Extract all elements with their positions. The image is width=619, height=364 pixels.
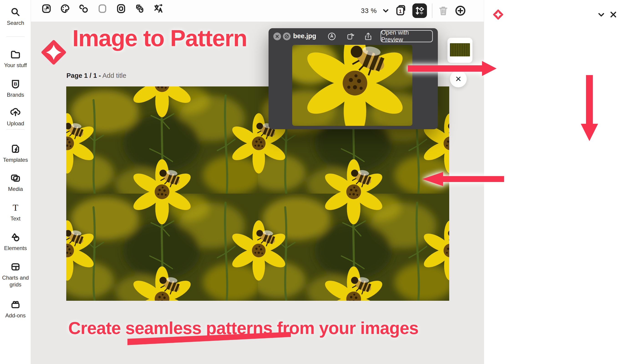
page-number: Page 1 / 1 -: [67, 72, 101, 79]
svg-text:B: B: [14, 81, 17, 86]
toolbar-right-group: 33 % 1: [361, 2, 466, 20]
sidebar-item-charts-grids[interactable]: Charts and grids: [0, 262, 31, 288]
share-icon[interactable]: [363, 31, 373, 42]
animate-button[interactable]: [77, 2, 90, 15]
left-sidebar: Search Your stuff B Brands Upload Templa…: [0, 0, 31, 364]
canvas-doc-title[interactable]: Image to Pattern: [72, 25, 247, 52]
addon-logo: [493, 9, 504, 20]
markup-icon[interactable]: [327, 31, 337, 42]
add-page-plus-button[interactable]: [454, 5, 466, 17]
page-label: Page 1 / 1 - Add title: [67, 72, 126, 79]
page-title-placeholder[interactable]: Add title: [102, 72, 126, 79]
duplicate-button[interactable]: [133, 2, 146, 15]
image-to-pattern-logo: [41, 39, 67, 66]
sidebar-item-your-stuff[interactable]: Your stuff: [0, 49, 31, 69]
delete-trash-button[interactable]: [437, 5, 449, 17]
arrow-to-output: [580, 75, 599, 141]
arrow-to-dropzone: [408, 60, 497, 76]
pages-button[interactable]: 1: [394, 4, 407, 17]
quicklook-close-button[interactable]: [273, 32, 281, 40]
elements-icon: [10, 232, 21, 242]
sidebar-item-brands[interactable]: B Brands: [0, 79, 31, 98]
translate-button[interactable]: [152, 2, 165, 15]
sidebar-item-media[interactable]: Media: [0, 173, 31, 193]
sidebar-item-text[interactable]: T Text: [0, 202, 31, 222]
media-icon: [10, 173, 21, 183]
search-icon: [10, 7, 21, 17]
sidebar-item-label: Templates: [3, 156, 28, 163]
sidebar-item-label: Charts and grids: [2, 274, 29, 288]
sidebar-item-elements[interactable]: Elements: [0, 232, 31, 252]
frame-button[interactable]: [96, 2, 109, 15]
sidebar-item-upload[interactable]: Upload: [0, 107, 31, 127]
sidebar-item-label: Media: [8, 186, 23, 193]
page-thumbnail-card[interactable]: [447, 38, 472, 63]
headline-post: from your images: [272, 318, 419, 338]
sidebar-item-label: Elements: [4, 245, 27, 252]
add-ons-brick-icon: [10, 299, 21, 310]
upload-cloud-icon: [10, 107, 21, 118]
toolbar-left-group: [40, 2, 165, 15]
sidebar-item-label: Your stuff: [4, 62, 27, 69]
zoom-level-value[interactable]: 33 %: [361, 7, 377, 14]
reorder-layers-button[interactable]: [412, 3, 427, 18]
quicklook-block-button[interactable]: [283, 32, 291, 40]
headline-pre: Create: [68, 318, 125, 338]
rotate-icon[interactable]: [345, 31, 355, 42]
open-with-preview-button[interactable]: Open with Preview: [380, 30, 433, 42]
quicklook-filename: bee.jpg: [293, 32, 316, 40]
sidebar-item-label: Add-ons: [5, 312, 26, 319]
sidebar-divider: [6, 129, 25, 129]
resize-button[interactable]: [40, 2, 53, 15]
border-button[interactable]: [115, 2, 127, 15]
arrow-to-canvas: [422, 171, 504, 187]
svg-text:T: T: [13, 202, 18, 213]
zoom-chevron-down-icon[interactable]: [382, 7, 390, 14]
sidebar-item-search[interactable]: Search: [0, 7, 31, 26]
theme-palette-button[interactable]: [59, 2, 71, 15]
svg-text:1: 1: [399, 8, 402, 14]
charts-grids-icon: [10, 262, 21, 272]
sidebar-item-add-ons[interactable]: Add-ons: [0, 299, 31, 319]
text-icon: T: [10, 202, 21, 213]
brands-shield-icon: B: [10, 79, 21, 89]
toolbar-divider: [432, 3, 432, 18]
page-thumbnail-image: [450, 43, 470, 56]
panel-collapse-chevron-icon[interactable]: [597, 11, 605, 18]
top-toolbar: 33 % 1: [31, 0, 484, 22]
templates-icon: [10, 144, 21, 154]
image-to-pattern-panel: [484, 0, 619, 364]
app-root: Search Your stuff B Brands Upload Templa…: [0, 0, 619, 364]
sidebar-item-label: Upload: [7, 120, 24, 127]
sidebar-item-label: Text: [11, 215, 20, 222]
headline-underline-stroke: [127, 331, 293, 347]
sidebar-item-templates[interactable]: Templates: [0, 144, 31, 163]
folder-icon: [10, 49, 21, 60]
sidebar-divider: [6, 36, 25, 37]
sidebar-item-label: Search: [7, 20, 24, 26]
panel-close-icon[interactable]: [610, 11, 617, 18]
quicklook-photo: [292, 45, 412, 126]
sidebar-item-label: Brands: [7, 91, 24, 98]
